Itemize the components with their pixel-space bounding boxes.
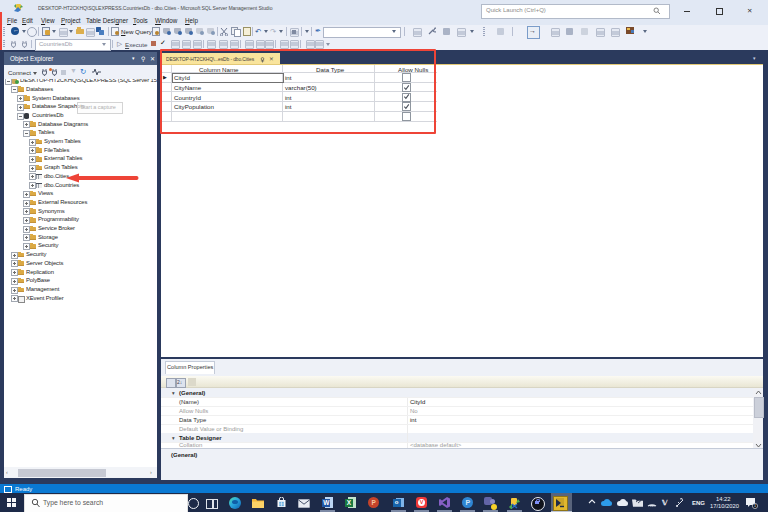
svg-text:1: 1: [754, 504, 756, 508]
